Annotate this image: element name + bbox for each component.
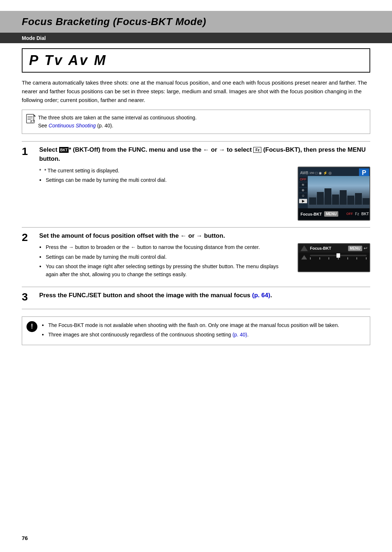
cam-screenshot-1: AWB 150 □ ◉ ⚡ ◎ P [298, 167, 370, 221]
steps-section: 1 Select BKT* (BKT-Off) from the FUNC. m… [22, 141, 370, 302]
step-1-notes: * The current setting is displayed. Sett… [39, 167, 292, 186]
mode-dial-bar: Mode Dial [0, 33, 392, 43]
warning-p40-link[interactable]: (p. 40) [232, 332, 247, 338]
cam1-selected: ▶ [299, 199, 307, 203]
step-1: 1 Select BKT* (BKT-Off) from the FUNC. m… [22, 141, 370, 221]
cam2-back-icon: ↩ [364, 246, 367, 251]
step-1-body: * The current setting is displayed. Sett… [39, 167, 370, 221]
cam1-display: AWB 150 □ ◉ ⚡ ◎ P [298, 167, 370, 220]
cam1-stab-icon: ◎ [328, 171, 332, 175]
warning-bullet-2-prefix: Three images are shot continuously regar… [48, 332, 232, 338]
cam1-skyline [308, 187, 370, 205]
step-2-content: Set the amount of focus position offset … [39, 231, 370, 280]
note-icon [26, 114, 36, 124]
step-1-content: Select BKT* (BKT-Off) from the FUNC. men… [39, 145, 370, 221]
step-1-note-star: * The current setting is displayed. [39, 167, 292, 175]
step-2-body: Press the → button to broaden or the ← b… [39, 243, 370, 280]
cam2-tick-6 [356, 257, 357, 259]
note-continuous-shooting-link[interactable]: Continuous Shooting [49, 123, 96, 128]
step-3-page-link[interactable]: (p. 64) [252, 292, 270, 299]
intro-text: The camera automatically takes three sho… [22, 78, 370, 105]
building-1 [309, 197, 316, 205]
step-3-title-before: Press the FUNC./SET button and shoot the… [39, 292, 252, 299]
warning-icon: ! [26, 321, 37, 332]
note-line1: The three shots are taken at the same in… [38, 115, 197, 120]
page-container: Focus Bracketing (Focus-BKT Mode) Mode D… [0, 0, 392, 552]
step-1-inner: 1 Select BKT* (BKT-Off) from the FUNC. m… [22, 145, 370, 221]
cam2-slider-marker [336, 253, 340, 258]
cam2-tick-1 [310, 257, 311, 259]
cam1-iso-icon: 150 [309, 171, 314, 175]
cam2-slider-track [310, 255, 367, 256]
cam2-triangle-small [301, 255, 307, 259]
warning-bullet-2: Three images are shot continuously regar… [42, 331, 365, 339]
cam2-slider-area [310, 255, 367, 259]
building-7 [355, 193, 362, 205]
step-3-title-after: . [270, 292, 272, 299]
building-2 [317, 192, 324, 205]
building-6 [347, 196, 354, 205]
note-box: The three shots are taken at the same in… [22, 110, 370, 134]
cam1-flash-icon: ⚡ [323, 171, 327, 175]
step-2-inner: 2 Set the amount of focus position offse… [22, 231, 370, 280]
cam1-focus-bottom-icon: Fz [355, 212, 359, 216]
note-text: The three shots are taken at the same in… [38, 114, 365, 130]
step-2-title: Set the amount of focus position offset … [39, 231, 370, 241]
cam2-tick-2 [319, 257, 320, 259]
focus-bkt-icon: Fz [253, 147, 261, 153]
cam1-bottom-bar: Focus-BKT MENU OFF Fz BKT [298, 208, 370, 220]
building-5 [340, 190, 347, 205]
cam1-bkt-bottom-icon: BKT [361, 212, 369, 216]
cam1-photo-area [308, 176, 370, 208]
warning-text: The Focus-BKT mode is not available when… [42, 321, 365, 339]
step-2-bullet2: Settings can be made by turning the mult… [39, 253, 292, 261]
step-2: 2 Set the amount of focus position offse… [22, 227, 370, 280]
cam2-top: Focus-BKT MENU ↩ [298, 244, 369, 253]
step-2-bullet3: You can shoot the image right after sele… [39, 262, 292, 279]
bottom-rule [22, 309, 370, 309]
cam2-bottom [298, 253, 369, 262]
cam1-off-bottom-icon: OFF [346, 212, 353, 216]
modes-text: P Tv Av M [29, 53, 107, 68]
building-8 [363, 198, 369, 205]
cam1-menu-button: MENU [324, 211, 338, 217]
cam2-tick-7 [366, 257, 367, 259]
cam2-tick-3 [328, 257, 329, 259]
step-2-notes: Press the → button to broaden or the ← b… [39, 243, 292, 280]
note-line2-prefix: See [38, 123, 49, 128]
cam1-awb-icon: AWB [300, 171, 308, 175]
step-2-number: 2 [22, 232, 33, 243]
cam1-metering-icon: ◉ [319, 171, 322, 175]
building-3 [324, 188, 331, 205]
continuous-shooting-link[interactable]: Continuous Shooting [49, 123, 96, 128]
svg-rect-0 [26, 114, 34, 123]
note-line2-suffix: (p. 40). [96, 123, 113, 128]
warning-bullet-1: The Focus-BKT mode is not available when… [42, 321, 365, 329]
step-3: 3 Press the FUNC./SET button and shoot t… [22, 287, 370, 302]
cam1-focus-bkt-label: Focus-BKT [301, 212, 322, 216]
bkt-icon: BKT [59, 147, 69, 153]
svg-point-6 [31, 121, 32, 122]
cam-screenshot-2: Focus-BKT MENU ↩ [298, 243, 370, 272]
cam1-off-icon: OFF [299, 177, 307, 181]
cam1-top-icons: AWB 150 □ ◉ ⚡ ◎ [300, 171, 332, 175]
cam2-display: Focus-BKT MENU ↩ [298, 243, 370, 272]
building-4 [332, 195, 339, 205]
cam2-focus-label: Focus-BKT [310, 246, 348, 250]
title-section: Focus Bracketing (Focus-BKT Mode) [0, 11, 392, 33]
step-3-number: 3 [22, 291, 33, 302]
warning-icon-wrap: ! [26, 321, 37, 332]
cam2-menu-button: MENU [348, 246, 362, 251]
step-1-number: 1 [22, 146, 33, 157]
page-title: Focus Bracketing (Focus-BKT Mode) [22, 16, 370, 28]
cam2-triangle-icon [301, 245, 308, 251]
cam1-face-icon: ☺ [299, 193, 307, 198]
warning-bullet-2-suffix: . [247, 332, 249, 338]
step-1-bullet1: Settings can be made by turning the mult… [39, 176, 292, 184]
step-1-title: Select BKT* (BKT-Off) from the FUNC. men… [39, 145, 370, 164]
cam1-left-bar: OFF ≋ ⊕ ☺ ▶ [298, 176, 308, 208]
cam1-is-icon: ⊕ [299, 188, 307, 192]
mode-dial-label: Mode Dial [22, 35, 46, 41]
cam1-bottom-icons: OFF Fz BKT [346, 212, 369, 216]
modes-box: P Tv Av M [22, 48, 370, 73]
